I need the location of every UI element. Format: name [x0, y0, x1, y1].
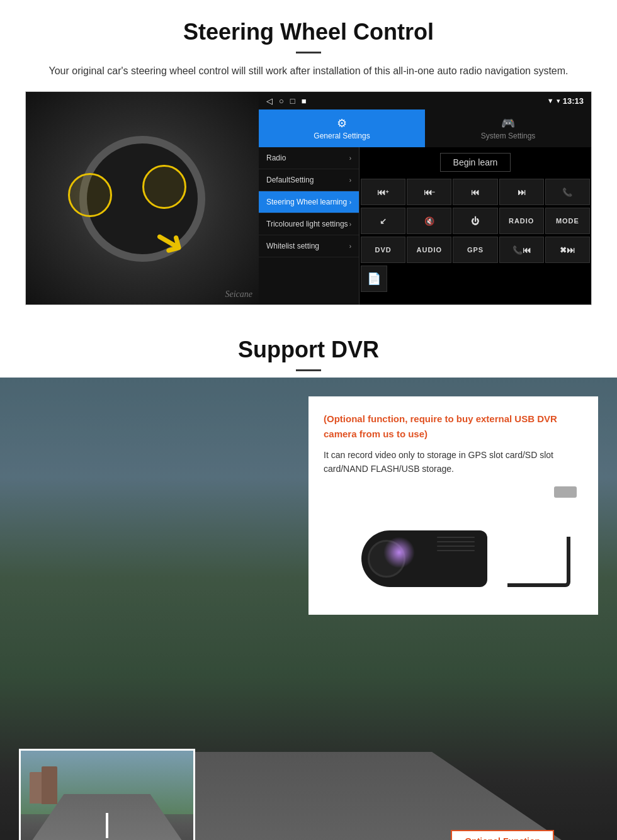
- ctrl-grid-row2: ↙ 🔇 ⏻ RADIO MODE: [359, 206, 591, 235]
- begin-learn-button[interactable]: Begin learn: [440, 153, 511, 172]
- menu-radio-chevron: ›: [349, 155, 351, 162]
- optional-function-badge: Optional Function: [451, 830, 554, 840]
- menu-item-radio[interactable]: Radio ›: [259, 147, 359, 169]
- section2-dvr: Support DVR (Optional function, require …: [0, 318, 617, 840]
- dvr-vents: [437, 537, 475, 551]
- begin-learn-row: Begin learn: [359, 147, 591, 177]
- menu-whitelist-chevron: ›: [349, 243, 351, 250]
- section1-description: Your original car's steering wheel contr…: [38, 64, 579, 79]
- system-settings-icon: 🎮: [501, 116, 515, 130]
- ctrl-btn-phone-prev[interactable]: 📞⏮: [499, 237, 544, 263]
- tab-system-settings[interactable]: 🎮 System Settings: [425, 109, 591, 147]
- ctrl-grid-row3: DVD AUDIO GPS 📞⏮ ✖⏭: [359, 235, 591, 264]
- dvr-camera-container: [324, 486, 583, 600]
- ctrl-btn-mode[interactable]: MODE: [545, 208, 590, 234]
- tab-general-label: General Settings: [314, 132, 370, 140]
- steering-watermark: Seicane: [225, 289, 252, 300]
- tab-system-label: System Settings: [481, 132, 536, 140]
- section2-title: Support DVR: [0, 337, 617, 363]
- menu-item-defaultsetting[interactable]: DefaultSetting ›: [259, 169, 359, 191]
- ctrl-btn-vol-down[interactable]: ⏮−: [407, 179, 451, 205]
- circle-highlight-left: [68, 173, 112, 217]
- statusbar-time: 13:13: [563, 96, 584, 106]
- menu-whitelist-label: Whitelist setting: [266, 242, 319, 250]
- dvr-usb-plug: [554, 486, 577, 498]
- signal-icon: ▼: [547, 97, 554, 104]
- ctrl-btn-prev[interactable]: ⏮: [453, 179, 497, 205]
- bottom-row: 📄: [359, 264, 591, 293]
- home-icon: ○: [279, 96, 284, 106]
- status-icons: ▼ ▾ 13:13: [547, 96, 584, 106]
- dvr-info-box: (Optional function, require to buy exter…: [308, 396, 598, 615]
- menu-radio-label: Radio: [266, 154, 286, 162]
- section1-divider: [296, 52, 321, 53]
- ctrl-btn-dvd[interactable]: DVD: [361, 237, 405, 263]
- ctrl-btn-phone[interactable]: 📞: [545, 179, 590, 205]
- menu-steering-label: Steering Wheel learning: [266, 198, 347, 206]
- section1-steering: Steering Wheel Control Your original car…: [0, 0, 617, 318]
- ctrl-btn-next[interactable]: ⏭: [499, 179, 544, 205]
- controls-panel: Begin learn ⏮+ ⏮− ⏮ ⏭ 📞 ↙ 🔇 ⏻: [359, 147, 591, 305]
- dvr-inset-image: [19, 749, 195, 840]
- dvr-optional-text: (Optional function, require to buy exter…: [324, 412, 583, 442]
- section2-header: Support DVR: [0, 318, 617, 378]
- wifi-icon: ▾: [557, 97, 560, 105]
- settings-menu: Radio › DefaultSetting › Steering Wheel …: [259, 147, 359, 305]
- menu-defaultsetting-chevron: ›: [349, 177, 351, 184]
- dvr-camera-glow: [383, 537, 415, 568]
- android-ui-panel: ◁ ○ □ ■ ▼ ▾ 13:13 ⚙ General Settings: [259, 92, 591, 305]
- general-settings-icon: ⚙: [337, 116, 347, 130]
- menu-steering-chevron: ›: [349, 199, 351, 206]
- ctrl-btn-audio[interactable]: AUDIO: [407, 237, 451, 263]
- menu-item-tricoloured[interactable]: Tricoloured light settings ›: [259, 213, 359, 235]
- menu-item-whitelist[interactable]: Whitelist setting ›: [259, 235, 359, 257]
- circle-highlight-right: [142, 165, 186, 209]
- menu-defaultsetting-label: DefaultSetting: [266, 176, 314, 184]
- screenshot-area: ➜ Seicane ◁ ○ □ ■ ▼ ▾ 13:13: [25, 91, 592, 305]
- dvr-content: (Optional function, require to buy exter…: [0, 378, 617, 840]
- back-icon: ◁: [266, 96, 273, 106]
- menu-tricoloured-chevron: ›: [349, 221, 351, 228]
- menu-tricoloured-label: Tricoloured light settings: [266, 220, 348, 228]
- ctrl-btn-power[interactable]: ⏻: [453, 208, 497, 234]
- ctrl-grid-row1: ⏮+ ⏮− ⏮ ⏭ 📞: [359, 177, 591, 206]
- dvr-inset-road-line: [106, 813, 108, 838]
- file-icon[interactable]: 📄: [361, 266, 387, 292]
- section2-divider: [296, 369, 321, 371]
- steering-wheel-image: ➜ Seicane: [26, 92, 259, 305]
- ctrl-btn-radio[interactable]: RADIO: [499, 208, 544, 234]
- tab-general-settings[interactable]: ⚙ General Settings: [259, 109, 425, 147]
- ctrl-btn-gps[interactable]: GPS: [453, 237, 497, 263]
- ctrl-btn-hangup[interactable]: ↙: [361, 208, 405, 234]
- dvr-inset-building2: [42, 766, 57, 804]
- ctrl-btn-vol-up[interactable]: ⏮+: [361, 179, 405, 205]
- menu-item-steering-wheel[interactable]: Steering Wheel learning ›: [259, 191, 359, 213]
- menu-icon: ■: [302, 96, 307, 106]
- dvr-cable: [507, 537, 570, 587]
- dvr-camera-body: [361, 530, 487, 587]
- settings-body: Radio › DefaultSetting › Steering Wheel …: [259, 147, 591, 305]
- ctrl-btn-mute-next[interactable]: ✖⏭: [545, 237, 590, 263]
- dvr-description: It can record video only to storage in G…: [324, 448, 583, 476]
- section1-title: Steering Wheel Control: [25, 19, 592, 45]
- recents-icon: □: [290, 96, 295, 106]
- ctrl-btn-mute[interactable]: 🔇: [407, 208, 451, 234]
- android-statusbar: ◁ ○ □ ■ ▼ ▾ 13:13: [259, 92, 591, 109]
- settings-tabs: ⚙ General Settings 🎮 System Settings: [259, 109, 591, 147]
- nav-icons: ◁ ○ □ ■: [266, 96, 307, 106]
